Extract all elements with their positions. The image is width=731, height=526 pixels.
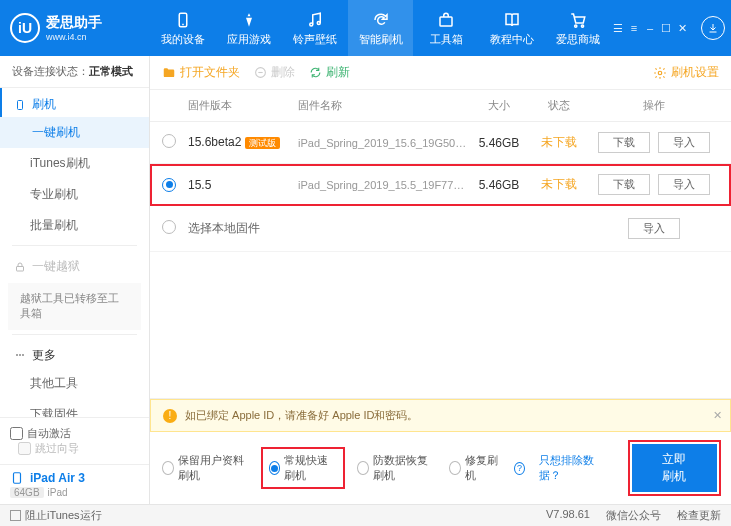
toolbox-icon [436,10,456,30]
svg-point-9 [16,354,18,356]
sidebar-group-flash[interactable]: 刷机 [0,88,149,117]
sidebar-group-jailbreak[interactable]: 一键越狱 [0,250,149,279]
connection-status: 设备连接状态：正常模式 [0,56,149,88]
download-manager-icon[interactable] [701,16,725,40]
svg-point-6 [581,24,583,26]
exclude-data-link[interactable]: 只想排除数据？ [539,453,602,483]
jailbreak-note: 越狱工具已转移至工具箱 [8,283,141,330]
skip-guide-checkbox[interactable]: 跳过向导 [18,441,139,456]
flash-mode-row: 保留用户资料刷机 常规快速刷机 防数据恢复刷机 修复刷机 ? 只想排除数据？ 立… [150,432,731,504]
win-min-icon[interactable]: – [643,21,657,35]
firmware-row[interactable]: 15.6beta2测试版 iPad_Spring_2019_15.6_19G50… [150,122,731,164]
svg-point-15 [658,71,662,75]
svg-rect-7 [18,100,23,109]
import-button[interactable]: 导入 [658,132,710,153]
win-max-icon[interactable]: ☐ [659,21,673,35]
mode-keep-data[interactable]: 保留用户资料刷机 [162,453,249,483]
auto-activate-checkbox[interactable]: 自动激活 [10,426,139,441]
svg-rect-4 [440,17,452,26]
logo: iU 爱思助手 www.i4.cn [0,13,150,43]
music-icon [305,10,325,30]
device-info[interactable]: iPad Air 3 64GB iPad [0,464,149,504]
sidebar-item-pro[interactable]: 专业刷机 [0,179,149,210]
logo-icon: iU [10,13,40,43]
wechat-link[interactable]: 微信公众号 [606,508,661,523]
table-header: 固件版本 固件名称 大小 状态 操作 [150,90,731,122]
sidebar-item-itunes[interactable]: iTunes刷机 [0,148,149,179]
sidebar-item-download-fw[interactable]: 下载固件 [0,399,149,417]
phone-small-icon [14,99,26,111]
download-button[interactable]: 下载 [598,132,650,153]
warning-bar: ! 如已绑定 Apple ID，请准备好 Apple ID和密码。 ✕ [150,399,731,432]
content: 打开文件夹 删除 刷新 刷机设置 固件版本 固件名称 大小 状态 操作 [150,56,731,504]
local-firmware-row[interactable]: 选择本地固件 导入 [150,206,731,252]
radio-unchecked-icon[interactable] [162,134,176,148]
delete-button[interactable]: 删除 [254,64,295,81]
radio-checked-icon[interactable] [162,178,176,192]
import-button[interactable]: 导入 [628,218,680,239]
import-button[interactable]: 导入 [658,174,710,195]
folder-icon [162,66,176,80]
book-icon [502,10,522,30]
svg-point-11 [22,354,24,356]
warning-icon: ! [163,409,177,423]
svg-point-10 [19,354,21,356]
toolbar: 打开文件夹 删除 刷新 刷机设置 [150,56,731,90]
svg-rect-12 [14,473,21,484]
sidebar: 设备连接状态：正常模式 刷机 一键刷机 iTunes刷机 专业刷机 批量刷机 一… [0,56,150,504]
mode-recovery[interactable]: 防数据恢复刷机 [357,453,435,483]
flash-settings-button[interactable]: 刷机设置 [653,64,719,81]
close-icon[interactable]: ✕ [713,409,722,422]
nav-store[interactable]: 爱思商城 [545,0,611,56]
flash-now-button[interactable]: 立即刷机 [632,444,717,492]
sidebar-item-batch[interactable]: 批量刷机 [0,210,149,241]
nav-tutorial[interactable]: 教程中心 [479,0,545,56]
apps-icon [239,10,259,30]
win-close-icon[interactable]: ✕ [675,21,689,35]
device-icon [10,471,24,485]
sidebar-group-more[interactable]: 更多 [0,339,149,368]
sidebar-item-other[interactable]: 其他工具 [0,368,149,399]
nav-flash[interactable]: 智能刷机 [348,0,414,56]
titlebar: iU 爱思助手 www.i4.cn 我的设备 应用游戏 铃声壁纸 智能刷机 工具… [0,0,731,56]
sidebar-item-oneclick[interactable]: 一键刷机 [0,117,149,148]
refresh-button[interactable]: 刷新 [309,64,350,81]
mode-normal[interactable]: 常规快速刷机 [263,449,344,487]
brand-url: www.i4.cn [46,32,102,42]
refresh-small-icon [309,66,322,79]
delete-icon [254,66,267,79]
version-label: V7.98.61 [546,508,590,523]
statusbar: 阻止iTunes运行 V7.98.61 微信公众号 检查更新 [0,504,731,526]
top-nav: 我的设备 应用游戏 铃声壁纸 智能刷机 工具箱 教程中心 爱思商城 [150,0,611,56]
block-itunes-checkbox[interactable]: 阻止iTunes运行 [10,508,102,523]
gear-icon [653,66,667,80]
mode-repair[interactable]: 修复刷机 [449,453,500,483]
beta-tag: 测试版 [245,137,280,149]
win-menu-icon[interactable]: ☰ [611,21,625,35]
svg-point-5 [575,24,577,26]
check-update-link[interactable]: 检查更新 [677,508,721,523]
radio-unchecked-icon[interactable] [162,220,176,234]
nav-apps[interactable]: 应用游戏 [216,0,282,56]
nav-my-device[interactable]: 我的设备 [150,0,216,56]
svg-point-2 [309,23,312,26]
open-folder-button[interactable]: 打开文件夹 [162,64,240,81]
firmware-row-selected[interactable]: 15.5 iPad_Spring_2019_15.5_19F77_Restore… [150,164,731,206]
more-icon [14,349,26,361]
svg-rect-8 [17,266,24,271]
brand-name: 爱思助手 [46,14,102,32]
refresh-icon [371,10,391,30]
info-icon[interactable]: ? [514,462,525,475]
svg-point-3 [317,21,320,24]
lock-icon [14,261,26,273]
phone-icon [173,10,193,30]
download-button[interactable]: 下载 [598,174,650,195]
cart-icon [568,10,588,30]
win-skin-icon[interactable]: ≡ [627,21,641,35]
nav-ringtone[interactable]: 铃声壁纸 [282,0,348,56]
nav-toolbox[interactable]: 工具箱 [413,0,479,56]
